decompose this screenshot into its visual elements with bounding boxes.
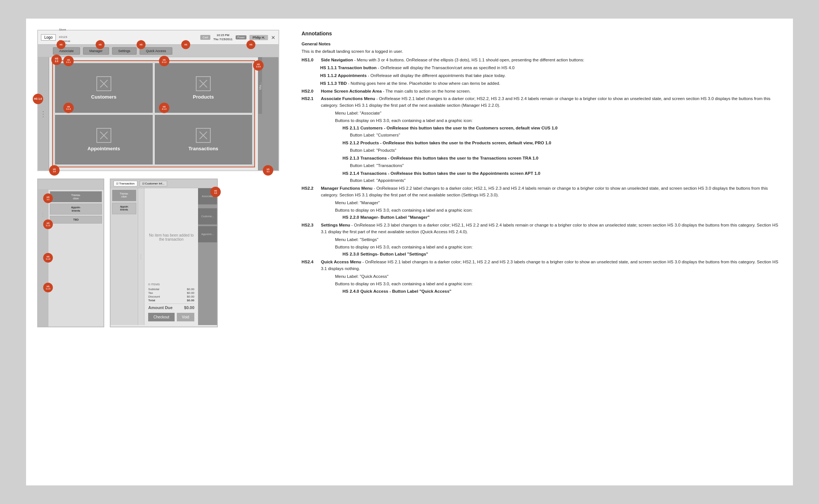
empty-message: No item has been added to the transactio…	[148, 192, 194, 283]
hs214-btn-label: Button Label: "Appointments"	[350, 177, 782, 184]
tax-label: Tax	[148, 291, 153, 295]
bl-content: Transa-ction Appoin-tments TBD	[48, 190, 103, 327]
tile-appointments-label: Appointments	[87, 146, 120, 151]
wf-header: Logo Store #2123 Terminal #3894 Cart 10:…	[38, 31, 278, 45]
entry-hs21: HS2.1 Associate Functions Menu - OnRelea…	[302, 96, 782, 109]
nav-settings[interactable]: Settings	[112, 47, 137, 55]
hs22-text: Manager Functions Menu - OnRelease HS 2.…	[321, 185, 782, 199]
badge-hs-nav3: HS	[137, 40, 146, 49]
hs23-id: HS2.3	[302, 222, 319, 235]
items-count: 0 ITEMS	[148, 283, 194, 286]
hs213-btn-label: Button Label: "Transactions"	[350, 163, 782, 169]
total-row: Total $0.00	[148, 299, 194, 302]
badge-hs211: HS 2.1.1	[63, 56, 74, 66]
hs10-text: Side Navigation - Menu with 3 or 4 butto…	[321, 57, 584, 64]
wf-sidebar: ···	[38, 57, 49, 170]
tax-row: Tax $0.00	[148, 291, 194, 295]
hs212-btn-label: Button Label: "Products"	[350, 147, 782, 154]
wireframe-bottom-right: HS 4.0 ☑ Transaction ☑ Customer Inf...	[110, 179, 218, 327]
badge-hs111: HS 1.1.1	[43, 219, 53, 229]
bl-item-appointments[interactable]: Appoin-tments	[50, 203, 102, 215]
action-buttons: Checkout Void	[148, 313, 194, 321]
entry-hs23: HS2.3 Settings Menu - OnRelease HS 2.3 l…	[302, 222, 782, 235]
subtotal-label: Subtotal	[148, 288, 159, 291]
amount-due-label: Amount Due	[148, 305, 172, 310]
tab-customer-info[interactable]: ☑ Customer Inf...	[140, 181, 167, 186]
checkout-button[interactable]: Checkout	[148, 313, 174, 321]
appointments-icon	[96, 128, 111, 143]
br-sidebar: Transa-ction Appointments	[111, 188, 138, 325]
hs21-text: Associate Functions Menu - OnRelease HS …	[321, 96, 782, 109]
wf-nav: HS HS HS HS Associate Manager Settings Q…	[38, 45, 278, 57]
bl-header	[38, 179, 103, 190]
bl-item-transaction[interactable]: Transa-ction	[50, 191, 102, 202]
hs24-buttons-intro: Buttons to display on HS 3.0, each conta…	[335, 281, 782, 288]
discount-label: Discount	[148, 295, 160, 298]
wireframe-bottom: HS 1.1 HS 1.1.1 HS 1.1.2 HS 1.1.3 ··· Tr…	[37, 179, 287, 327]
hs24-id: HS2.4	[302, 259, 319, 272]
hs211-label: HS 2.1.1 Customers - OnRelease this butt…	[342, 125, 782, 132]
hs24-menu-label: Menu Label: "Quick Access"	[335, 273, 782, 280]
power-button[interactable]: Power	[236, 35, 247, 39]
hs23-buttons-intro: Buttons to display on HS 3.0, each conta…	[335, 244, 782, 251]
general-notes-title: General Notes	[302, 41, 782, 48]
br-right-appointments: Appoinm...	[198, 226, 217, 243]
nav-manager[interactable]: Manager	[83, 47, 109, 55]
hs21-menu-label: Menu Label: "Associate"	[335, 110, 782, 117]
cart-button[interactable]: Cart	[200, 35, 210, 40]
badge-hs-nav5: HS	[246, 40, 255, 49]
hs213-label: HS 2.1.3 Transactions - OnRelease this b…	[342, 155, 782, 162]
bl-item-tbd: TBD	[50, 216, 102, 224]
amount-due-value: $0.00	[184, 305, 195, 310]
hs23-menu-label: Menu Label: "Settings"	[335, 237, 782, 243]
entry-hs24: HS2.4 Quick Access Menu - OnRelease HS 2…	[302, 259, 782, 272]
br-sidebar-appointments[interactable]: Appointments	[112, 203, 136, 214]
entry-hs10: HS1.0 Side Navigation - Menu with 3 or 4…	[302, 57, 782, 64]
badge-hs30: HS 3.0	[49, 165, 60, 176]
bl-nav-dots: ···	[38, 212, 48, 218]
br-main: No item has been added to the transactio…	[144, 188, 198, 325]
badge-hs213: HS 2.1.3	[159, 103, 169, 113]
br-right-col: Associate Custome... Appoinm...	[198, 188, 217, 325]
products-icon	[196, 76, 211, 91]
tile-transactions[interactable]: Transactions	[155, 115, 252, 164]
wf-right-strip: HS 2.2.0 Ma...	[258, 57, 278, 170]
badge-hs220: HS 2.2.0	[253, 60, 264, 71]
hs20-id: HS2.0	[302, 88, 319, 95]
wireframe-bottom-left: HS 1.1 HS 1.1.1 HS 1.1.2 HS 1.1.3 ··· Tr…	[37, 179, 104, 327]
badge-hs10: HS 1.0	[33, 94, 43, 104]
hs220-label: HS 2.2.0 Manager- Button Label "Manager"	[342, 214, 782, 221]
wf-main: ··· HS 2.1.1 HS 2.1.2 HS 2.1.4 HS 2.1.3	[38, 57, 278, 170]
br-dots-col: ···	[138, 188, 145, 325]
amount-due: Amount Due $0.00	[148, 304, 194, 310]
badge-hs31: HS 3.1	[263, 165, 273, 176]
subtotal-row: Subtotal $0.00	[148, 288, 194, 291]
br-header: ☑ Transaction ☑ Customer Inf...	[111, 179, 217, 188]
tile-products[interactable]: Products	[155, 63, 252, 113]
nav-associate[interactable]: Associate	[53, 47, 80, 55]
void-button[interactable]: Void	[177, 313, 194, 321]
user-display: Philip H.	[249, 35, 268, 40]
transactions-icon	[196, 128, 211, 143]
hs212-label: HS 2.1.2 Products - OnRelease this butto…	[342, 140, 782, 147]
customers-icon	[96, 76, 111, 91]
total-value: $0.00	[187, 299, 194, 302]
nav-quickaccess[interactable]: Quick Access	[140, 47, 172, 55]
hs23-text: Settings Menu - OnRelease HS 2.3 label c…	[321, 222, 782, 235]
right-panel: Annotations General Notes This is the de…	[294, 30, 782, 474]
entry-hs111: HS 1.1.1 Transaction button - OnRelease …	[320, 65, 782, 71]
tile-appointments[interactable]: Appointments	[55, 115, 153, 164]
close-icon[interactable]: ✕	[271, 35, 275, 41]
br-totals-section: 0 ITEMS Subtotal $0.00 Tax $0.00	[148, 283, 194, 321]
sidebar-dots: ···	[42, 110, 44, 118]
badge-hs-nav2: HS	[96, 40, 105, 49]
badge-hs20: HS 2.0	[51, 55, 62, 65]
badge-hs214: HS 2.1.4	[63, 103, 74, 113]
tile-transactions-label: Transactions	[188, 146, 218, 151]
wireframe-top: HS 1.0 HS 2.0 Logo Store #2123 Terminal …	[37, 30, 279, 171]
tab-transaction[interactable]: ☑ Transaction	[114, 181, 137, 186]
br-right-customer: Custome...	[198, 208, 217, 225]
tile-customers-label: Customers	[91, 94, 117, 100]
br-sidebar-transaction[interactable]: Transa-ction	[112, 190, 136, 201]
left-panel: HS 1.0 HS 2.0 Logo Store #2123 Terminal …	[37, 30, 287, 474]
